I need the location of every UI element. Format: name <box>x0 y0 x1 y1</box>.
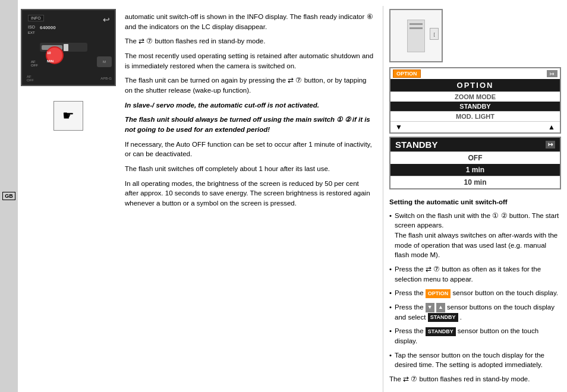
right-bullets: Setting the automatic unit switch-off • … <box>389 194 561 391</box>
bullet6: • Tap the sensor button on the touch dis… <box>389 350 561 370</box>
option-title: OPTION <box>390 79 560 91</box>
option-nav-arrow: ↦ <box>547 70 557 77</box>
right-dial: M <box>97 56 112 67</box>
para-last: The ⇄ ⑦ button flashes red in stand-by m… <box>389 374 561 384</box>
para5: If necessary, the Auto OFF function can … <box>125 140 374 159</box>
standby-inline-badge1: STANDBY <box>428 313 458 322</box>
main-content: INFO ↩ ISO EXT 640000 AFOFF <box>18 0 567 392</box>
standby-off: OFF <box>390 151 560 164</box>
gb-badge: GB <box>2 192 15 200</box>
bottom-right-label: APB-G <box>100 77 112 80</box>
setting-title: Setting the automatic unit switch-off <box>389 197 561 207</box>
ext-label: EXT <box>28 31 35 34</box>
bottom-left-label: AFOFF <box>27 75 34 82</box>
standby-header: STANDBY ↦ <box>390 138 560 151</box>
hand-icon: ☛ <box>53 101 83 131</box>
content-right: [ OPTION ↦ OPTION ZOOM MODE STANDBY <box>383 6 567 392</box>
para3: The most recently used operating setting… <box>125 51 374 71</box>
standby-menu-item: STANDBY <box>390 102 560 111</box>
italic2: The flash unit should always be turned o… <box>125 115 374 134</box>
bullet5: • Press the STANDBY sensor button on the… <box>389 326 561 346</box>
standby-inline-badge2: STANDBY <box>426 327 456 336</box>
option-badge: OPTION <box>393 69 421 78</box>
option-inline-badge: OPTION <box>426 289 451 298</box>
standby-display: STANDBY ↦ OFF 1 min 10 min <box>389 137 561 189</box>
page: GB INFO ↩ ISO EXT 640000 <box>0 0 567 392</box>
nav-up: ▲ <box>548 123 555 131</box>
standby-10min: 10 min <box>390 176 560 188</box>
italic1: In slave-/ servo mode, the automatic cut… <box>125 100 374 110</box>
para6: The flash unit switches off completely a… <box>125 164 374 174</box>
flash-diagram-top: [ <box>389 9 443 62</box>
info-bar: INFO <box>28 15 44 21</box>
content-divider: INFO ↩ ISO EXT 640000 AFOFF <box>18 6 567 392</box>
iso-label: ISO <box>28 25 35 29</box>
dial-label: AFOFF <box>31 60 38 67</box>
para2: The ⇄ ⑦ button flashes red in stand-by m… <box>125 36 374 46</box>
camera-image: INFO ↩ ISO EXT 640000 AFOFF <box>21 9 116 86</box>
para1: automatic unit switch-off is shown in th… <box>125 12 374 31</box>
up-arrow-badge: ▲ <box>436 303 445 312</box>
para7: In all operating modes, the brightness o… <box>125 179 374 208</box>
option-nav: ▼ ▲ <box>390 121 560 132</box>
bullet1: • Switch on the flash unit with the ① ② … <box>389 211 561 260</box>
dial-circle: 10MIN <box>46 46 64 64</box>
content-left: INFO ↩ ISO EXT 640000 AFOFF <box>18 6 383 392</box>
bullet3: • Press the OPTION sensor button on the … <box>389 288 561 298</box>
zoom-mode-item: ZOOM MODE <box>390 91 560 102</box>
mod-light-item: MOD. LIGHT <box>390 111 560 121</box>
iso-value: 640000 <box>40 25 56 30</box>
standby-title: STANDBY <box>395 140 437 150</box>
left-strip: GB <box>0 0 18 392</box>
standby-arrow: ↦ <box>546 141 555 148</box>
bullet4: • Press the ▼ ▲ sensor buttons on the to… <box>389 302 561 322</box>
down-arrow-badge: ▼ <box>426 303 434 312</box>
middle-text: automatic unit switch-off is shown in th… <box>122 9 383 216</box>
nav-down: ▼ <box>395 123 402 131</box>
para4: The flash unit can be turned on again by… <box>125 75 374 95</box>
option-display: OPTION ↦ OPTION ZOOM MODE STANDBY MOD. L… <box>389 67 561 134</box>
standby-1min: 1 min <box>390 164 560 176</box>
bullet2: • Press the ⇄ ⑦ button as often as it ta… <box>389 264 561 284</box>
